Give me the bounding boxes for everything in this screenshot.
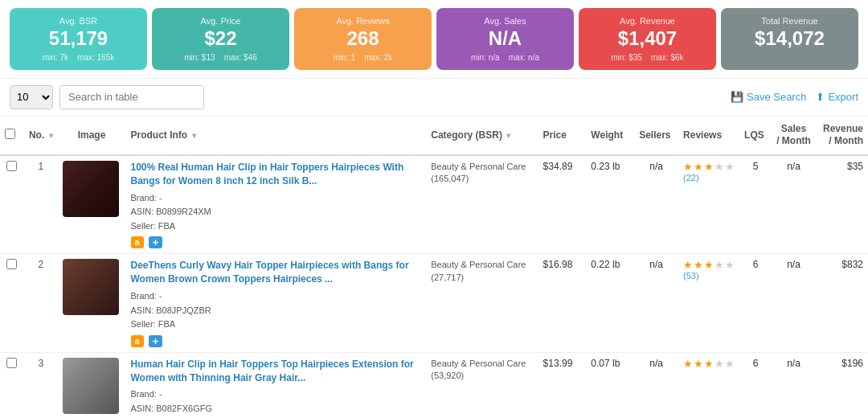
row-weight: 0.07 lb: [586, 352, 634, 418]
export-button[interactable]: ⬆ Export: [816, 91, 858, 103]
per-page-select[interactable]: 10 25 50: [10, 85, 53, 109]
row-checkbox[interactable]: [6, 161, 17, 171]
row-product-info: 100% Real Human Hair Clip in Hair Topper…: [126, 155, 427, 254]
star-half-icon: ★: [704, 358, 714, 370]
price-label: Avg. Price: [162, 16, 280, 26]
reviews-minmax: min: 1 max: 2k: [304, 53, 422, 62]
star-empty-icon: ★: [725, 358, 735, 370]
th-category[interactable]: Category (BSR) ▾: [426, 117, 538, 155]
star-empty-icon: ★: [714, 259, 724, 271]
table-header-row: No. ▾ Image Product Info ▾ Category (BSR…: [0, 117, 868, 155]
row-lqs: 5: [739, 155, 772, 254]
product-image: [63, 259, 119, 315]
star-empty-icon: ★: [725, 161, 735, 173]
bsr-card: Avg. BSR 51,179 min: 7k max: 165k: [10, 8, 147, 70]
row-price: $13.99: [538, 352, 587, 418]
row-reviews: ★★★★★ (53): [678, 254, 739, 352]
row-revenue-month: $832: [816, 254, 868, 352]
row-lqs: 6: [739, 254, 772, 352]
th-price[interactable]: Price: [538, 117, 587, 155]
th-sellers[interactable]: Sellers: [634, 117, 678, 155]
product-meta: Brand: - ASIN: B08JPJQZBR Seller: FBA: [131, 289, 422, 332]
th-reviews[interactable]: Reviews: [678, 117, 739, 155]
row-image-cell: [58, 254, 126, 352]
row-sellers: n/a: [634, 155, 678, 254]
row-revenue-month: $196: [816, 352, 868, 418]
sales-value: N/A: [446, 27, 564, 51]
row-weight: 0.22 lb: [586, 254, 634, 352]
row-product-info: DeeThens Curly Wavy Hair Topper Hairpiec…: [126, 254, 427, 352]
sales-minmax: min: n/a max: n/a: [446, 53, 564, 62]
row-product-info: Human Hair Clip in Hair Toppers Top Hair…: [126, 352, 427, 418]
star-full-icon: ★: [694, 259, 703, 271]
reviews-label: Avg. Reviews: [304, 16, 422, 26]
price-card: Avg. Price $22 min: $13 max: $46: [152, 8, 289, 70]
row-image-cell: [58, 352, 126, 418]
toolbar: 10 25 50 💾 Save Search ⬆ Export: [0, 78, 868, 117]
product-image: [63, 161, 119, 217]
revenue-minmax: min: $35 max: $6k: [588, 53, 706, 62]
star-empty-icon: ★: [725, 259, 735, 271]
product-title[interactable]: 100% Real Human Hair Clip in Hair Topper…: [131, 161, 422, 188]
product-sort-arrow: ▾: [192, 131, 196, 140]
add-to-list-badge[interactable]: +: [149, 236, 163, 248]
row-image-cell: [58, 155, 126, 254]
th-product-info[interactable]: Product Info ▾: [126, 117, 427, 155]
product-actions: a +: [131, 236, 422, 248]
export-icon: ⬆: [816, 91, 825, 103]
products-table: No. ▾ Image Product Info ▾ Category (BSR…: [0, 117, 868, 418]
search-input[interactable]: [59, 85, 204, 109]
amazon-badge[interactable]: a: [131, 335, 144, 347]
row-checkbox-cell[interactable]: [0, 254, 24, 352]
product-title[interactable]: DeeThens Curly Wavy Hair Topper Hairpiec…: [131, 259, 422, 286]
category-sort-arrow: ▾: [506, 131, 510, 140]
total-revenue-value: $14,072: [731, 27, 849, 51]
row-reviews: ★★★★★: [678, 352, 739, 418]
th-select-all[interactable]: [0, 117, 24, 155]
bsr-label: Avg. BSR: [19, 16, 137, 26]
revenue-card: Avg. Revenue $1,407 min: $35 max: $6k: [579, 8, 716, 70]
row-checkbox-cell[interactable]: [0, 155, 24, 254]
sales-label: Avg. Sales: [446, 16, 564, 26]
row-no: 3: [24, 352, 58, 418]
row-weight: 0.23 lb: [586, 155, 634, 254]
row-checkbox[interactable]: [6, 259, 17, 269]
row-no: 1: [24, 155, 58, 254]
table-row: 2 DeeThens Curly Wavy Hair Topper Hairpi…: [0, 254, 868, 352]
revenue-value: $1,407: [588, 27, 706, 51]
row-checkbox-cell[interactable]: [0, 352, 24, 418]
star-full-icon: ★: [683, 358, 693, 370]
stats-row: Avg. BSR 51,179 min: 7k max: 165k Avg. P…: [0, 0, 868, 78]
total-revenue-label: Total Revenue: [731, 16, 849, 26]
amazon-badge[interactable]: a: [131, 236, 144, 248]
add-to-list-badge[interactable]: +: [149, 335, 163, 347]
table-row: 1 100% Real Human Hair Clip in Hair Topp…: [0, 155, 868, 254]
product-title[interactable]: Human Hair Clip in Hair Toppers Top Hair…: [131, 358, 422, 385]
row-category: Beauty & Personal Care(27,717): [426, 254, 538, 352]
row-category: Beauty & Personal Care(53,920): [426, 352, 538, 418]
toolbar-right: 💾 Save Search ⬆ Export: [731, 91, 858, 103]
save-icon: 💾: [731, 91, 743, 103]
select-all-checkbox[interactable]: [5, 129, 15, 139]
row-no: 2: [24, 254, 58, 352]
price-value: $22: [162, 27, 280, 51]
review-count: (22): [683, 173, 735, 182]
star-full-icon: ★: [704, 259, 714, 271]
row-category: Beauty & Personal Care(165,047): [426, 155, 538, 254]
row-revenue-month: $35: [816, 155, 868, 254]
revenue-label: Avg. Revenue: [588, 16, 706, 26]
product-meta: Brand: - ASIN: B082FX6GFG Seller: FBA: [131, 387, 422, 418]
reviews-value: 268: [304, 27, 422, 51]
th-sales-month[interactable]: Sales/ Month: [772, 117, 816, 155]
row-sellers: n/a: [634, 352, 678, 418]
product-meta: Brand: - ASIN: B0899R24XM Seller: FBA: [131, 191, 422, 234]
table-row: 3 Human Hair Clip in Hair Toppers Top Ha…: [0, 352, 868, 418]
row-checkbox[interactable]: [6, 358, 17, 368]
th-lqs[interactable]: LQS: [739, 117, 772, 155]
star-full-icon: ★: [683, 161, 693, 173]
th-no[interactable]: No. ▾: [24, 117, 58, 155]
th-weight[interactable]: Weight: [586, 117, 634, 155]
save-search-button[interactable]: 💾 Save Search: [731, 91, 806, 103]
th-revenue-month[interactable]: Revenue/ Month: [816, 117, 868, 155]
star-full-icon: ★: [694, 161, 703, 173]
